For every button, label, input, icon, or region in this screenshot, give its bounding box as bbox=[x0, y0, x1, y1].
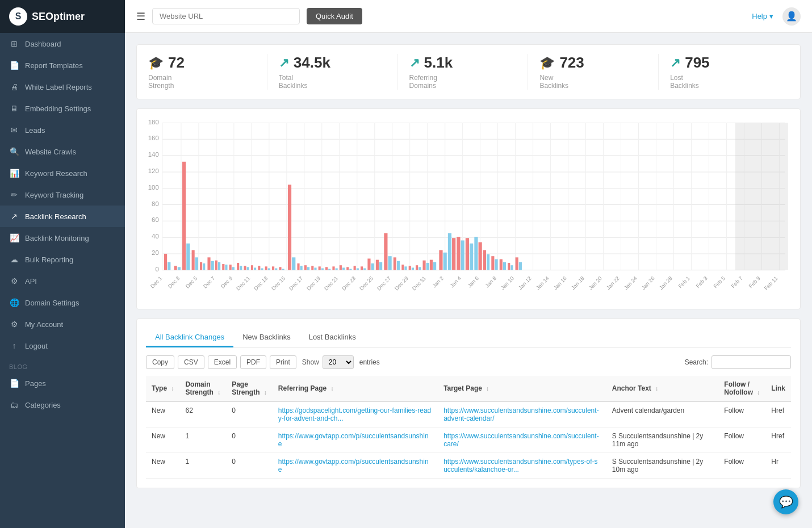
sidebar-item-backlink-monitoring[interactable]: 📈 Backlink Monitoring bbox=[0, 227, 125, 249]
sidebar-item-keyword-research[interactable]: 📊 Keyword Research bbox=[0, 162, 125, 184]
pdf-button[interactable]: PDF bbox=[240, 355, 266, 369]
sidebar-item-label: Domain Settings bbox=[25, 299, 79, 307]
svg-rect-98 bbox=[325, 267, 328, 270]
svg-rect-65 bbox=[203, 263, 205, 270]
svg-text:Dec 21: Dec 21 bbox=[323, 275, 339, 291]
quick-audit-button[interactable]: Quick Audit bbox=[307, 8, 362, 24]
table-row: New 62 0 https://godspacelight.com/getti… bbox=[146, 401, 791, 428]
svg-rect-76 bbox=[244, 266, 246, 270]
sidebar-item-logout[interactable]: ↑ Logout bbox=[0, 335, 125, 357]
svg-rect-144 bbox=[508, 263, 510, 270]
header: ☰ Quick Audit Help ▾ 👤 bbox=[125, 0, 812, 33]
sidebar-item-api[interactable]: ⚙ API bbox=[0, 270, 125, 292]
entries-select[interactable]: 20 50 100 bbox=[323, 355, 354, 369]
svg-rect-56 bbox=[164, 254, 167, 270]
svg-rect-90 bbox=[297, 263, 299, 270]
excel-button[interactable]: Excel bbox=[208, 355, 237, 369]
svg-rect-127 bbox=[433, 262, 436, 270]
svg-text:Dec 31: Dec 31 bbox=[411, 275, 427, 291]
sidebar-item-label: Keyword Tracking bbox=[25, 191, 83, 199]
tabs-header: All Backlink Changes New Backlinks Lost … bbox=[146, 328, 791, 347]
sidebar-item-label: My Account bbox=[25, 320, 63, 329]
sidebar-item-backlink-research[interactable]: ↗ Backlink Research bbox=[0, 206, 125, 227]
main-area: ☰ Quick Audit Help ▾ 👤 🎓 72 DomainStreng… bbox=[125, 0, 812, 528]
referring-domains-label: ReferringDomains bbox=[409, 74, 437, 90]
svg-text:Feb 11: Feb 11 bbox=[763, 275, 779, 291]
cell-target-page[interactable]: https://www.succulentsandsunshine.com/su… bbox=[438, 401, 606, 428]
cell-referring-page[interactable]: https://www.govtapp.com/p/succulentsands… bbox=[273, 428, 438, 453]
svg-rect-112 bbox=[376, 260, 379, 270]
svg-text:Dec 9: Dec 9 bbox=[219, 275, 233, 290]
cell-referring-page[interactable]: https://www.govtapp.com/p/succulentsands… bbox=[273, 453, 438, 479]
svg-text:Jan 2: Jan 2 bbox=[431, 275, 445, 288]
svg-rect-88 bbox=[288, 185, 291, 270]
svg-text:0: 0 bbox=[155, 266, 158, 273]
cell-referring-page[interactable]: https://godspacelight.com/getting-our-fa… bbox=[273, 401, 438, 428]
sidebar-nav: ⊞ Dashboard 📄 Report Templates 🖨 White L… bbox=[0, 33, 125, 416]
sidebar-item-website-crawls[interactable]: 🔍 Website Crawls bbox=[0, 141, 125, 162]
svg-text:Dec 11: Dec 11 bbox=[235, 275, 251, 291]
svg-rect-111 bbox=[371, 263, 374, 270]
svg-rect-81 bbox=[261, 269, 263, 270]
tab-all-backlink-changes[interactable]: All Backlink Changes bbox=[146, 328, 233, 347]
bulk-reporting-icon: ☁ bbox=[9, 255, 19, 264]
help-button[interactable]: Help ▾ bbox=[752, 12, 773, 20]
svg-rect-60 bbox=[182, 162, 186, 270]
copy-button[interactable]: Copy bbox=[146, 355, 174, 369]
total-backlinks-label: TotalBacklinks bbox=[279, 74, 308, 90]
svg-rect-64 bbox=[200, 262, 202, 270]
sidebar-item-dashboard[interactable]: ⊞ Dashboard bbox=[0, 33, 125, 55]
svg-rect-141 bbox=[495, 259, 497, 270]
col-page-strength: PageStrength ↕ bbox=[226, 376, 273, 401]
print-button[interactable]: Print bbox=[270, 355, 296, 369]
sidebar-item-bulk-reporting[interactable]: ☁ Bulk Reporting bbox=[0, 249, 125, 270]
header-right: Help ▾ 👤 bbox=[752, 7, 801, 26]
search-input[interactable] bbox=[711, 355, 791, 369]
website-url-input[interactable] bbox=[152, 8, 300, 24]
svg-text:Jan 28: Jan 28 bbox=[658, 275, 673, 291]
sidebar-logo[interactable]: S SEOptimer bbox=[0, 0, 125, 33]
svg-rect-97 bbox=[321, 269, 324, 270]
svg-rect-73 bbox=[232, 267, 235, 270]
svg-rect-143 bbox=[503, 262, 506, 270]
col-anchor-text: Anchor Text ↕ bbox=[606, 376, 719, 401]
svg-rect-137 bbox=[479, 242, 482, 270]
keyword-research-icon: 📊 bbox=[9, 169, 19, 178]
website-crawls-icon: 🔍 bbox=[9, 147, 19, 156]
stats-bar: 🎓 72 DomainStrength ↗ 34.5k TotalBacklin… bbox=[136, 44, 801, 99]
svg-rect-72 bbox=[229, 265, 232, 270]
svg-text:Jan 22: Jan 22 bbox=[605, 275, 620, 291]
sidebar-item-my-account[interactable]: ⚙ My Account bbox=[0, 313, 125, 335]
csv-button[interactable]: CSV bbox=[178, 355, 204, 369]
svg-text:Jan 16: Jan 16 bbox=[553, 275, 568, 291]
cell-target-page[interactable]: https://www.succulentsandsunshine.com/ty… bbox=[438, 453, 606, 479]
sidebar-item-label: Leads bbox=[25, 126, 45, 135]
user-avatar[interactable]: 👤 bbox=[782, 7, 801, 26]
logo-text: SEOptimer bbox=[32, 11, 85, 23]
svg-rect-99 bbox=[328, 269, 330, 270]
sidebar-item-leads[interactable]: ✉ Leads bbox=[0, 119, 125, 141]
sidebar-item-label: Embedding Settings bbox=[25, 104, 91, 113]
svg-text:180: 180 bbox=[148, 119, 159, 125]
tab-new-backlinks[interactable]: New Backlinks bbox=[233, 328, 300, 347]
tab-lost-backlinks[interactable]: Lost Backlinks bbox=[300, 328, 365, 347]
chat-bubble[interactable]: 💬 bbox=[773, 489, 798, 514]
cell-type: New bbox=[146, 453, 179, 479]
svg-rect-105 bbox=[349, 269, 351, 270]
sidebar-item-keyword-tracking[interactable]: ✏ Keyword Tracking bbox=[0, 184, 125, 206]
sidebar-item-embedding-settings[interactable]: 🖥 Embedding Settings bbox=[0, 98, 125, 119]
svg-text:Jan 20: Jan 20 bbox=[587, 275, 602, 291]
sidebar-item-domain-settings[interactable]: 🌐 Domain Settings bbox=[0, 292, 125, 313]
svg-rect-132 bbox=[457, 237, 460, 270]
hamburger-menu[interactable]: ☰ bbox=[136, 10, 145, 23]
cell-target-page[interactable]: https://www.succulentsandsunshine.com/su… bbox=[438, 428, 606, 453]
sidebar-item-report-templates[interactable]: 📄 Report Templates bbox=[0, 55, 125, 76]
svg-rect-109 bbox=[363, 269, 366, 270]
stat-new-backlinks: 🎓 723 NewBacklinks bbox=[528, 54, 659, 90]
sidebar-item-categories[interactable]: 🗂 Categories bbox=[0, 394, 125, 416]
help-label: Help bbox=[752, 12, 767, 20]
sidebar-item-white-label-reports[interactable]: 🖨 White Label Reports bbox=[0, 76, 125, 98]
sidebar-item-pages[interactable]: 📄 Pages bbox=[0, 372, 125, 394]
svg-rect-106 bbox=[354, 266, 356, 270]
lost-backlinks-value: 795 bbox=[685, 54, 709, 72]
